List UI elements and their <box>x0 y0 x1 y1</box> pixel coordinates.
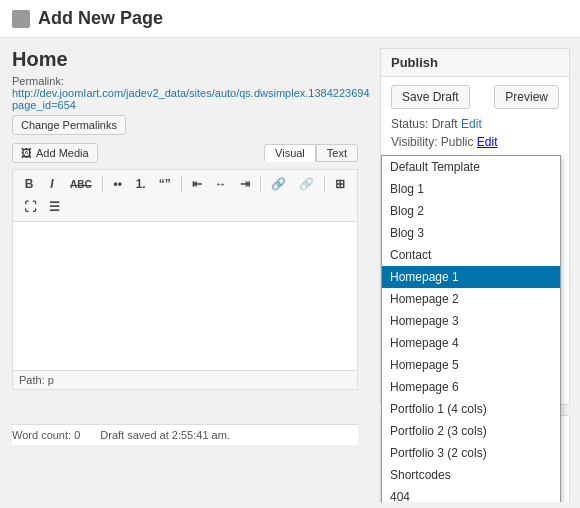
permalink-label: Permalink: <box>12 75 64 87</box>
ol-button[interactable]: 1. <box>131 174 151 194</box>
editor-content[interactable] <box>12 221 358 371</box>
editor-toolbar: B I ABC •• 1. “” ⇤ ↔ ⇥ 🔗 🔗 ⊞ ⛶ ☰ <box>12 169 358 221</box>
publish-content: Save Draft Preview Status: Draft Edit Vi… <box>381 77 569 404</box>
divider-2 <box>181 176 182 192</box>
visibility-line: Visibility: Public Edit <box>391 135 559 149</box>
visibility-edit-link[interactable]: Edit <box>477 135 498 149</box>
bold-button[interactable]: B <box>19 174 39 194</box>
blockquote-button[interactable]: “” <box>154 174 176 194</box>
publish-actions-row: Save Draft Preview <box>391 85 559 109</box>
media-icon: 🖼 <box>21 147 32 159</box>
dropdown-item-homepage2[interactable]: Homepage 2 <box>382 288 560 310</box>
preview-button[interactable]: Preview <box>494 85 559 109</box>
visibility-label: Visibility: <box>391 135 437 149</box>
dropdown-item-contact[interactable]: Contact <box>382 244 560 266</box>
save-draft-button[interactable]: Save Draft <box>391 85 470 109</box>
status-value: Draft <box>432 117 458 131</box>
divider-1 <box>102 176 103 192</box>
status-label: Status: <box>391 117 428 131</box>
italic-button[interactable]: I <box>42 174 62 194</box>
publish-title: Publish <box>381 49 569 77</box>
status-edit-link[interactable]: Edit <box>461 117 482 131</box>
change-permalinks-button[interactable]: Change Permalinks <box>12 115 126 135</box>
dropdown-item-homepage5[interactable]: Homepage 5 <box>382 354 560 376</box>
add-media-button[interactable]: 🖼 Add Media <box>12 143 98 163</box>
editor-tabs: Visual Text <box>264 144 358 162</box>
word-count: Word count: 0 <box>12 429 80 441</box>
draft-saved: Draft saved at 2:55:41 am. <box>100 429 230 441</box>
status-bar: Word count: 0 Draft saved at 2:55:41 am. <box>12 424 358 445</box>
link-button[interactable]: 🔗 <box>266 174 291 194</box>
status-line: Status: Draft Edit <box>391 117 559 131</box>
align-left-button[interactable]: ⇤ <box>187 174 207 194</box>
dropdown-item-portfolio3[interactable]: Portfolio 3 (2 cols) <box>382 442 560 464</box>
fullscreen-button[interactable]: ⛶ <box>19 197 41 217</box>
page-title: Add New Page <box>38 8 163 29</box>
publish-box: Publish Save Draft Preview Status: Draft… <box>380 48 570 405</box>
dropdown-item-portfolio2[interactable]: Portfolio 2 (3 cols) <box>382 420 560 442</box>
kitchen-sink-button[interactable]: ☰ <box>44 197 65 217</box>
dropdown-item-homepage4[interactable]: Homepage 4 <box>382 332 560 354</box>
strikethrough-button[interactable]: ABC <box>65 176 97 193</box>
divider-3 <box>260 176 261 192</box>
tab-visual[interactable]: Visual <box>264 144 316 162</box>
dropdown-item-blog1[interactable]: Blog 1 <box>382 178 560 200</box>
dropdown-item-default-template[interactable]: Default Template <box>382 156 560 178</box>
editor-footer: Path: p <box>12 371 358 390</box>
template-dropdown[interactable]: Default Template Blog 1 Blog 2 Blog 3 Co… <box>381 155 561 502</box>
dropdown-item-blog2[interactable]: Blog 2 <box>382 200 560 222</box>
permalink-line: Permalink: http://dev.joomIart.com/jadev… <box>12 75 358 111</box>
top-bar: Add New Page <box>0 0 580 38</box>
visibility-value: Public <box>441 135 474 149</box>
dropdown-item-shortcodes[interactable]: Shortcodes <box>382 464 560 486</box>
path-label: Path: p <box>19 374 54 386</box>
dropdown-item-homepage3[interactable]: Homepage 3 <box>382 310 560 332</box>
sidebar: Publish Save Draft Preview Status: Draft… <box>370 38 580 502</box>
dropdown-item-homepage6[interactable]: Homepage 6 <box>382 376 560 398</box>
unlink-button[interactable]: 🔗 <box>294 174 319 194</box>
editor-area: Home Permalink: http://dev.joomIart.com/… <box>0 38 370 502</box>
tab-text[interactable]: Text <box>316 144 358 162</box>
insert-button[interactable]: ⊞ <box>330 174 350 194</box>
home-heading: Home <box>12 48 358 71</box>
dropdown-item-blog3[interactable]: Blog 3 <box>382 222 560 244</box>
dropdown-item-homepage1[interactable]: Homepage 1 <box>382 266 560 288</box>
page-icon <box>12 10 30 28</box>
align-right-button[interactable]: ⇥ <box>235 174 255 194</box>
divider-4 <box>324 176 325 192</box>
permalink-url[interactable]: http://dev.joomIart.com/jadev2_data/site… <box>12 87 370 111</box>
align-center-button[interactable]: ↔ <box>210 174 232 194</box>
dropdown-item-404[interactable]: 404 <box>382 486 560 502</box>
ul-button[interactable]: •• <box>108 174 128 194</box>
media-bar: 🖼 Add Media Visual Text <box>12 143 358 163</box>
dropdown-item-portfolio1[interactable]: Portfolio 1 (4 cols) <box>382 398 560 420</box>
